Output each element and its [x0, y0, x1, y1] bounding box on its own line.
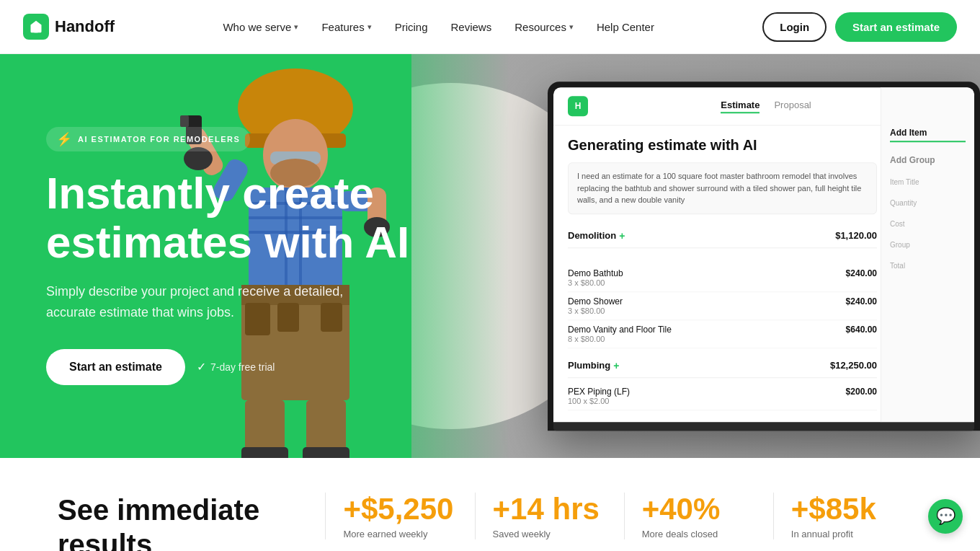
- mockup-right-panel: Add Item Add Group Item Title Quantity C…: [881, 87, 974, 422]
- add-bar-demolition: [568, 252, 877, 264]
- hero-title: Instantly create estimates with AI: [46, 169, 409, 267]
- chevron-down-icon: ▾: [368, 22, 372, 32]
- hero-subtitle: Simply describe your project and receive…: [46, 281, 392, 323]
- stats-grid: +$5,250 More earned weekly +14 hrs Saved…: [325, 493, 922, 539]
- check-icon: ✓: [197, 360, 206, 374]
- line-item: Demo Shower 3 x $80.00 $240.00: [568, 292, 877, 320]
- mockup-prompt-text: I need an estimate for a 100 square foot…: [568, 162, 877, 214]
- section-header-plumbing: Plumbing + $12,250.00: [568, 354, 877, 378]
- start-estimate-button-nav[interactable]: Start an estimate: [835, 12, 957, 42]
- chat-icon: 💬: [936, 507, 956, 526]
- chevron-down-icon: ▾: [569, 22, 574, 32]
- stat-value-earnings: +$5,250: [343, 493, 457, 526]
- stat-label-deals: More deals closed: [642, 529, 756, 539]
- tab-proposal[interactable]: Proposal: [774, 100, 811, 113]
- stat-label-hours: Saved weekly: [493, 529, 607, 539]
- field-group: Group: [890, 241, 966, 249]
- stats-heading-title: See immediate results: [58, 493, 296, 551]
- field-item-title: Item Title: [890, 178, 966, 186]
- login-button[interactable]: Login: [762, 12, 827, 42]
- chevron-down-icon: ▾: [294, 22, 298, 32]
- add-icon-plumbing: +: [613, 360, 619, 371]
- nav-who-we-serve[interactable]: Who we serve ▾: [213, 15, 308, 39]
- nav-resources[interactable]: Resources ▾: [504, 15, 584, 39]
- hero-content: ⚡ AI ESTIMATOR FOR REMODELERS Instantly …: [0, 54, 444, 458]
- hero-badge: ⚡ AI ESTIMATOR FOR REMODELERS: [46, 127, 250, 151]
- laptop-bottom-bar: [553, 422, 974, 431]
- stats-heading: See immediate results: [58, 493, 325, 551]
- line-item: Demo Vanity and Floor Tile 8 x $80.00 $6…: [568, 320, 877, 348]
- field-quantity: Quantity: [890, 199, 966, 207]
- trial-info: ✓ 7-day free trial: [197, 360, 275, 374]
- section-header-demolition: Demolition + $1,120.00: [568, 224, 877, 248]
- chat-bubble-button[interactable]: 💬: [928, 499, 963, 534]
- tab-estimate[interactable]: Estimate: [721, 100, 760, 113]
- logo-link[interactable]: Handoff: [23, 14, 115, 40]
- hero-cta: Start an estimate ✓ 7-day free trial: [46, 349, 409, 385]
- mockup-logo-icon: H: [568, 96, 588, 116]
- logo-icon: [23, 14, 49, 40]
- section-title-demolition: Demolition +: [568, 230, 625, 242]
- nav-pricing[interactable]: Pricing: [385, 15, 438, 39]
- hero-mockup: H Estimate Proposal 🌟 Generating estimat…: [548, 81, 980, 431]
- badge-icon: ⚡: [56, 131, 72, 147]
- section-total-demolition: $1,120.00: [835, 230, 877, 241]
- nav-reviews[interactable]: Reviews: [441, 15, 502, 39]
- stat-item-hours: +14 hrs Saved weekly: [475, 493, 624, 539]
- start-estimate-button-hero[interactable]: Start an estimate: [46, 349, 185, 385]
- field-cost: Cost: [890, 220, 966, 228]
- stat-label-earnings: More earned weekly: [343, 529, 457, 539]
- add-group-label[interactable]: Add Group: [890, 155, 966, 165]
- line-item: PEX Piping (LF) 100 x $2.00 $200.00: [568, 382, 877, 410]
- mockup-title: Generating estimate with AI: [568, 137, 877, 154]
- add-icon-demolition: +: [619, 230, 625, 242]
- mockup-screen: H Estimate Proposal 🌟 Generating estimat…: [553, 87, 974, 422]
- stat-value-deals: +40%: [642, 493, 756, 526]
- section-title-plumbing: Plumbing +: [568, 360, 619, 371]
- field-total: Total: [890, 262, 966, 270]
- nav-help-center[interactable]: Help Center: [587, 15, 664, 39]
- stat-item-profit: +$85k In annual profit: [773, 493, 922, 539]
- nav-features[interactable]: Features ▾: [311, 15, 381, 39]
- stat-item-earnings: +$5,250 More earned weekly: [325, 493, 474, 539]
- stat-value-hours: +14 hrs: [493, 493, 607, 526]
- line-item: Demo Bathtub 3 x $80.00 $240.00: [568, 264, 877, 292]
- mockup-tabs: Estimate Proposal: [721, 100, 811, 113]
- stat-label-profit: In annual profit: [791, 529, 905, 539]
- hero-section: ⚡ AI ESTIMATOR FOR REMODELERS Instantly …: [0, 54, 980, 458]
- section-total-plumbing: $12,250.00: [830, 360, 877, 371]
- stat-value-profit: +$85k: [791, 493, 905, 526]
- stat-item-deals: +40% More deals closed: [624, 493, 773, 539]
- logo-text: Handoff: [55, 17, 115, 36]
- logo-svg: [29, 19, 43, 34]
- mockup-laptop: H Estimate Proposal 🌟 Generating estimat…: [548, 81, 980, 431]
- nav-links: Who we serve ▾ Features ▾ Pricing Review…: [213, 15, 664, 39]
- add-item-label[interactable]: Add Item: [890, 128, 966, 142]
- stats-section: See immediate results +$5,250 More earne…: [0, 458, 980, 551]
- nav-actions: Login Start an estimate: [762, 12, 957, 42]
- navbar: Handoff Who we serve ▾ Features ▾ Pricin…: [0, 0, 980, 54]
